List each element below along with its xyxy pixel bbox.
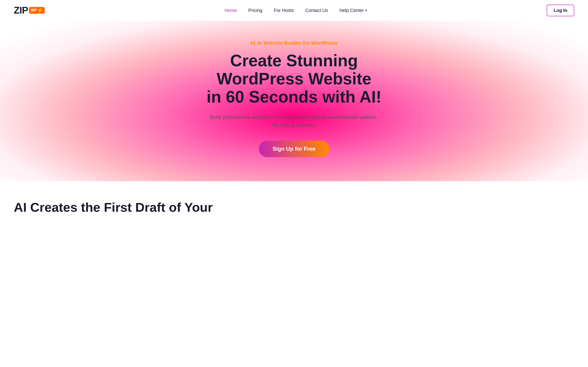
navbar: ZIP WP ⚡ Home Pricing For Hosts Contact … — [0, 0, 588, 21]
nav-links: Home Pricing For Hosts Contact Us Help C… — [225, 8, 367, 13]
logo-lightning-icon: ⚡ — [37, 8, 43, 13]
nav-link-pricing[interactable]: Pricing — [248, 8, 262, 13]
hero-subtitle: #1 AI Website Builder for WordPress — [191, 40, 397, 46]
chevron-down-icon: ▾ — [365, 8, 367, 12]
hero-description-line1: Build professional websites in seconds w… — [210, 114, 378, 120]
hero-description-line2: No coding required. — [272, 122, 316, 128]
logo-zip-text: ZIP — [14, 5, 28, 16]
nav-link-contact-us[interactable]: Contact Us — [305, 8, 328, 13]
hero-description: Build professional websites in seconds w… — [191, 113, 397, 129]
logo[interactable]: ZIP WP ⚡ — [14, 5, 45, 16]
login-button[interactable]: Log In — [547, 5, 574, 16]
logo-badge: WP ⚡ — [29, 7, 45, 14]
hero-cta-button[interactable]: Sign Up for Free — [259, 141, 329, 157]
hero-content: #1 AI Website Builder for WordPress Crea… — [191, 40, 397, 157]
hero-title-line1: Create Stunning WordPress Website — [216, 51, 372, 88]
hero-title-line2: in 60 Seconds with AI! — [207, 88, 381, 106]
hero-title: Create Stunning WordPress Website in 60 … — [191, 52, 397, 106]
nav-link-home[interactable]: Home — [225, 8, 237, 13]
hero-section: #1 AI Website Builder for WordPress Crea… — [0, 21, 588, 181]
help-center-label: Help Center — [339, 8, 364, 13]
bottom-title: AI Creates the First Draft of Your — [14, 200, 574, 215]
logo-badge-text: WP — [31, 8, 37, 12]
nav-link-for-hosts[interactable]: For Hosts — [274, 8, 294, 13]
nav-link-help-center[interactable]: Help Center ▾ — [339, 8, 367, 13]
bottom-section: AI Creates the First Draft of Your — [0, 181, 588, 224]
